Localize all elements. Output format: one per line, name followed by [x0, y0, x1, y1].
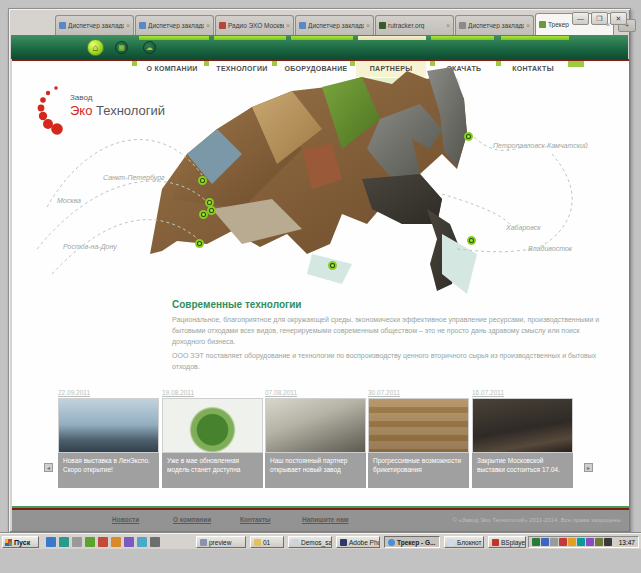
nav-item-about[interactable]: О КОМПАНИИ [140, 61, 204, 77]
nav-separator-square [272, 61, 277, 66]
footer-link-write-us[interactable]: Напишите нам [302, 516, 349, 523]
tab-bookmarks-4[interactable]: Диспетчер закладок × [455, 15, 534, 35]
taskbar-button-preview[interactable]: preview [196, 536, 246, 548]
footer-link-about[interactable]: О компании [173, 516, 211, 523]
close-button[interactable]: ✕ [610, 12, 627, 25]
news-card[interactable]: 30.07.2011 Прогрессивные возможности бри… [368, 389, 469, 488]
quicklaunch-icon[interactable] [98, 537, 108, 547]
news-title: Закрытие Московской выставки состоиться … [472, 453, 573, 488]
tab-close-icon[interactable]: × [126, 22, 130, 29]
section-title: Современные технологии [172, 299, 302, 310]
restore-button[interactable]: ❐ [591, 12, 608, 25]
globe-icon [388, 539, 395, 546]
browser-window: Диспетчер закладок × Диспетчер закладок … [8, 8, 631, 533]
nav-item-contacts[interactable]: КОНТАКТЫ [502, 61, 564, 77]
quicklaunch-icon[interactable] [137, 537, 147, 547]
tab-close-icon[interactable]: × [446, 22, 450, 29]
taskbar-button-bsplayer[interactable]: BSplayer [488, 536, 526, 548]
taskbar-button-demos[interactable]: Demos_sal_... [288, 536, 332, 548]
nav-item-equipment[interactable]: ОБОРУДОВАНИЕ [278, 61, 354, 77]
home-button[interactable]: ⌂ [87, 39, 104, 56]
taskbar-button-notepad[interactable]: Блокнот [444, 536, 484, 548]
toolbar-accent-bar [291, 36, 353, 40]
start-button[interactable]: Пуск [2, 536, 39, 548]
map-marker[interactable] [467, 236, 476, 245]
carousel-next-button[interactable]: ► [584, 463, 593, 472]
nav-item-download[interactable]: СКАЧАТЬ [436, 61, 492, 77]
footer-link-contacts[interactable]: Контакты [240, 516, 271, 523]
tray-icon[interactable] [595, 538, 603, 546]
footer: Новости О компании Контакты Напишите нам… [12, 510, 629, 531]
quicklaunch-icon[interactable] [111, 537, 121, 547]
tab-radio-echo[interactable]: Радио ЭХО Москвы... × [215, 15, 294, 35]
tab-close-icon[interactable]: × [366, 22, 370, 29]
gallery-button[interactable]: ▦ [115, 41, 128, 54]
map-marker[interactable] [464, 132, 473, 141]
section-paragraph-1: Рациональное, благоприятное для окружающ… [172, 315, 604, 348]
tab-rutracker[interactable]: rutracker.org × [375, 15, 454, 35]
nav-item-partners[interactable]: ПАРТНЕРЫ [356, 61, 426, 77]
tab-bookmarks-1[interactable]: Диспетчер закладок × [55, 15, 134, 35]
quicklaunch-icon[interactable] [150, 537, 160, 547]
tray-icon[interactable] [559, 538, 567, 546]
site-logo[interactable]: Завод Эко Технологий [32, 85, 202, 139]
tab-close-icon[interactable]: × [206, 22, 210, 29]
cloud-button[interactable]: ☁ [143, 41, 156, 54]
quicklaunch-icon[interactable] [59, 537, 69, 547]
map-marker[interactable] [195, 239, 204, 248]
taskbar-button-01[interactable]: 01 [250, 536, 284, 548]
map-marker[interactable] [207, 206, 216, 215]
quicklaunch-icon[interactable] [72, 537, 82, 547]
news-date: 16.07.2011 [472, 389, 573, 396]
news-thumbnail [58, 398, 159, 453]
quicklaunch-icon[interactable] [46, 537, 56, 547]
news-date: 19.08.2011 [162, 389, 263, 396]
tab-bookmarks-2[interactable]: Диспетчер закладок × [135, 15, 214, 35]
quicklaunch-icon[interactable] [85, 537, 95, 547]
map-marker[interactable] [198, 176, 207, 185]
tab-close-icon[interactable]: × [286, 22, 290, 29]
logo-line1: Завод [70, 93, 92, 102]
news-card[interactable]: 16.07.2011 Закрытие Московской выставки … [472, 389, 573, 488]
footer-link-news[interactable]: Новости [112, 516, 139, 523]
menu-item-drying-complexes[interactable]: Сушильные комплексы [362, 112, 458, 129]
tray-icon[interactable] [568, 538, 576, 546]
tray-icon[interactable] [604, 538, 612, 546]
tray-icon[interactable] [577, 538, 585, 546]
news-title: Новая выставка в ЛенЭкспо. Скоро открыти… [58, 453, 159, 488]
nav-separator-square [204, 61, 209, 66]
minimize-button[interactable]: — [572, 12, 589, 25]
taskbar-button-label: 01 [263, 539, 270, 546]
news-card[interactable]: 22.09.2011 Новая выставка в ЛенЭкспо. Ск… [58, 389, 159, 488]
notepad-icon [448, 539, 455, 546]
taskbar-button-adobe[interactable]: Adobe Photo... [336, 536, 380, 548]
tray-icon[interactable] [541, 538, 549, 546]
news-card[interactable]: 19.08.2011 Уже в мае обновленная модель … [162, 389, 263, 488]
file-icon [292, 539, 299, 546]
menu-item-wood-shredding[interactable]: Измельчение дерева [362, 78, 458, 95]
news-card[interactable]: 07.08.2011 Наш постоянный партнер открыв… [265, 389, 366, 488]
tray-icon[interactable] [586, 538, 594, 546]
taskbar-button-label: Трекер - G... [397, 539, 435, 546]
carousel-prev-button[interactable]: ◄ [44, 463, 53, 472]
quicklaunch-icon[interactable] [124, 537, 134, 547]
tab-close-icon[interactable]: × [526, 22, 530, 29]
menu-item-metal-shredding[interactable]: Измельчение металлов [362, 95, 458, 112]
taskbar-button-tracker-active[interactable]: Трекер - G... [384, 536, 440, 548]
mouse-cursor-icon [432, 104, 442, 117]
windows-flag-icon [5, 539, 12, 546]
tab-label: rutracker.org [388, 22, 444, 29]
tab-bookmarks-3[interactable]: Диспетчер закладок × [295, 15, 374, 35]
news-title: Уже в мае обновленная модель станет дост… [162, 453, 263, 488]
map-marker[interactable] [328, 261, 337, 270]
nav-item-technologies[interactable]: ТЕХНОЛОГИИ [210, 61, 274, 77]
tray-icon[interactable] [550, 538, 558, 546]
partners-dropdown-menu: Измельчение дерева Измельчение металлов … [362, 78, 458, 145]
toolbar-accent-bar [431, 36, 494, 40]
tab-label: Диспетчер закладок [68, 22, 124, 29]
nav-separator-square [132, 61, 137, 66]
news-date: 22.09.2011 [58, 389, 159, 396]
menu-item-heat-generators[interactable]: Теплогенераторы [362, 128, 458, 145]
tab-favicon [299, 22, 306, 29]
tray-icon[interactable] [532, 538, 540, 546]
